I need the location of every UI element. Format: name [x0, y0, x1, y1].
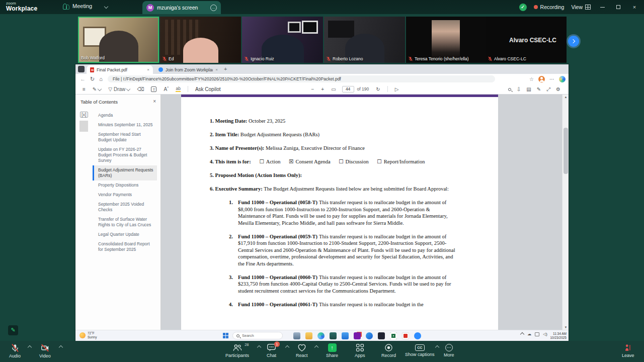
- scroll-down-icon[interactable]: ▼: [562, 326, 569, 329]
- zoom-out-icon[interactable]: −: [311, 86, 314, 92]
- pen-tool-icon[interactable]: ✎: [93, 86, 101, 92]
- edge-icon[interactable]: [317, 332, 325, 339]
- minimize-button[interactable]: [598, 4, 607, 10]
- video-tile[interactable]: Bob Watford: [78, 17, 159, 63]
- pdf-app-icon[interactable]: [402, 332, 409, 339]
- video-options-chevron[interactable]: [59, 345, 63, 349]
- settings-dots-icon[interactable]: ⋯: [549, 76, 554, 82]
- react-button[interactable]: React: [296, 343, 308, 358]
- audio-button[interactable]: Audio: [9, 343, 21, 358]
- highlight-icon[interactable]: ab: [176, 86, 180, 92]
- annotate-pencil-icon[interactable]: ✎: [8, 325, 18, 335]
- toc-item[interactable]: Legal Quarter Update: [93, 230, 157, 239]
- participants-chevron[interactable]: [257, 345, 261, 349]
- meeting-tab[interactable]: Meeting: [63, 3, 92, 9]
- fit-page-icon[interactable]: ▭: [331, 86, 336, 92]
- vertical-scrollbar[interactable]: ▲ ▼: [562, 95, 569, 330]
- video-tile[interactable]: Teresa Tenorio (she/her/ella): [406, 17, 486, 63]
- chat-button[interactable]: 1 Chat: [267, 343, 276, 358]
- volume-icon[interactable]: ◁): [543, 332, 547, 336]
- video-tile[interactable]: Alvaro CSEC-LC Alvaro CSEC-LC: [486, 17, 567, 63]
- chevron-down-icon[interactable]: [104, 5, 108, 9]
- fullscreen-icon[interactable]: ⤢: [546, 86, 550, 93]
- shared-screen-tab[interactable]: M mzuniga's screen …: [142, 1, 221, 14]
- taskbar-clock[interactable]: 11:34 AM 10/23/2025: [550, 332, 567, 340]
- settings-gear-icon[interactable]: ⚙: [556, 86, 560, 92]
- page-thumbnail[interactable]: [79, 121, 88, 132]
- print-icon[interactable]: ▤: [526, 86, 531, 92]
- video-tile[interactable]: Roberto Lozano: [324, 17, 405, 63]
- share-button[interactable]: ↑ Share: [326, 343, 338, 358]
- ask-copilot-button[interactable]: Ask Copilot: [195, 86, 221, 92]
- close-button[interactable]: ×: [630, 4, 639, 10]
- display-icon[interactable]: [535, 332, 539, 336]
- taskbar-search[interactable]: Search: [232, 332, 283, 339]
- teams-icon[interactable]: [378, 332, 385, 339]
- onedrive-cloud-icon[interactable]: ☁: [527, 332, 531, 336]
- toc-item[interactable]: Consolidated Board Report for September …: [93, 239, 157, 254]
- url-field[interactable]: File | I:/FinDept/Finance%20Subcommittee…: [108, 75, 495, 82]
- view-button[interactable]: View: [571, 4, 591, 10]
- eraser-icon[interactable]: ⌫: [137, 86, 144, 92]
- toc-item[interactable]: Transfer of Surface Water Rights to City…: [93, 215, 157, 230]
- favorites-star-icon[interactable]: ☆: [529, 76, 534, 82]
- weather-widget[interactable]: 72°FSunny: [79, 331, 97, 339]
- search-icon[interactable]: [508, 88, 511, 91]
- zoom-taskbar-icon[interactable]: [414, 332, 421, 339]
- home-icon[interactable]: ⌂: [99, 76, 103, 82]
- video-tile[interactable]: Ed: [160, 17, 241, 63]
- file-explorer-icon[interactable]: [293, 332, 300, 339]
- badged-app-icon[interactable]: [354, 332, 361, 339]
- read-aloud-icon[interactable]: Aˆ: [164, 86, 169, 92]
- toc-item[interactable]: September 2025 Voided Checks: [93, 200, 157, 215]
- draw-tool[interactable]: ▽Draw: [108, 86, 130, 92]
- more-button[interactable]: ⋯ More: [444, 343, 454, 357]
- briefcase-app-icon[interactable]: [330, 332, 337, 339]
- browser-tab-zoom[interactable]: Join from Zoom Workplace app ×: [155, 65, 221, 74]
- excel-icon[interactable]: [390, 332, 397, 339]
- apps-button[interactable]: Apps: [355, 343, 365, 358]
- new-tab-button[interactable]: +: [224, 66, 227, 72]
- video-button[interactable]: Video: [39, 343, 51, 358]
- copilot-app-icon[interactable]: [366, 332, 373, 339]
- rotate-icon[interactable]: ↻: [376, 86, 380, 92]
- start-button[interactable]: [223, 333, 229, 339]
- captions-button[interactable]: CC Show captions: [405, 343, 435, 357]
- refresh-icon[interactable]: ↻: [90, 76, 95, 82]
- toc-item[interactable]: Update on FY 2026-27 Budget Process & Bu…: [93, 145, 157, 165]
- edit-icon[interactable]: ✎: [537, 86, 541, 92]
- audio-options-chevron[interactable]: [28, 345, 32, 349]
- record-button[interactable]: Record: [381, 343, 396, 358]
- outlook-icon[interactable]: [342, 332, 349, 339]
- restore-button[interactable]: [614, 4, 623, 10]
- toc-rail-icon[interactable]: [x]: [80, 112, 88, 118]
- scroll-up-icon[interactable]: ▲: [562, 96, 569, 99]
- security-shield-icon[interactable]: ✓: [519, 4, 527, 11]
- toc-toggle-icon[interactable]: ≡: [83, 86, 86, 92]
- toc-item[interactable]: Agenda: [93, 111, 157, 120]
- toc-item[interactable]: Minutes September 11, 2025: [93, 120, 157, 130]
- react-chevron[interactable]: [314, 345, 318, 349]
- scrollbar-thumb[interactable]: [564, 128, 568, 174]
- close-tab-icon[interactable]: ×: [215, 67, 218, 72]
- tab-actions-icon[interactable]: [78, 66, 85, 72]
- profile-avatar[interactable]: [538, 76, 545, 82]
- copilot-icon[interactable]: [559, 76, 566, 82]
- tab-options-icon[interactable]: …: [210, 5, 217, 11]
- next-participants-button[interactable]: [568, 36, 579, 47]
- browser-tab-pdf[interactable]: Final Packet.pdf ×: [87, 65, 153, 74]
- system-tray[interactable]: ☁ ◁): [521, 332, 547, 336]
- save-icon[interactable]: ⇩: [517, 86, 521, 92]
- captions-chevron[interactable]: [435, 345, 439, 349]
- chat-chevron[interactable]: [285, 345, 289, 349]
- zoom-in-icon[interactable]: +: [321, 86, 324, 92]
- toc-item[interactable]: Property Dispositions: [93, 180, 157, 190]
- pointer-tool-icon[interactable]: ▷: [395, 86, 399, 92]
- tray-expand-icon[interactable]: [520, 332, 524, 336]
- toc-item[interactable]: Vendor Payments: [93, 190, 157, 200]
- toc-item-active[interactable]: Budget Adjustment Requests (BARs): [93, 165, 157, 180]
- back-icon[interactable]: ←: [80, 76, 86, 82]
- text-box-icon[interactable]: T: [151, 86, 156, 92]
- close-tab-icon[interactable]: ×: [147, 67, 149, 72]
- folder-icon[interactable]: [305, 332, 312, 339]
